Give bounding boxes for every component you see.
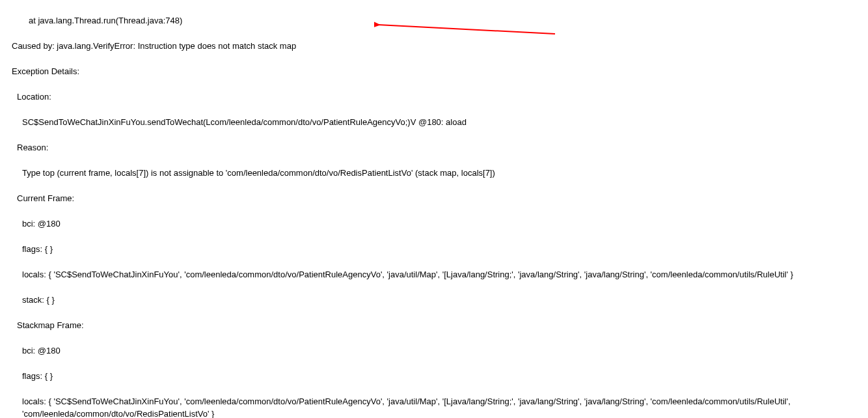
exception-details-header: Exception Details: [3,65,865,78]
cf-flags: flags: { } [3,243,865,256]
svg-line-1 [378,25,555,34]
trace-line: at java.lang.Thread.run(Thread.java:748) [3,14,865,27]
sm-locals: locals: { 'SC$SendToWeChatJinXinFuYou', … [3,395,865,419]
current-frame-header: Current Frame: [3,192,865,205]
cf-locals: locals: { 'SC$SendToWeChatJinXinFuYou', … [3,268,865,281]
cf-stack: stack: { } [3,294,865,307]
location-value: SC$SendToWeChatJinXinFuYou.sendToWechat(… [3,116,865,129]
stack-trace: at java.lang.Thread.run(Thread.java:748)… [0,0,868,418]
stackmap-frame-header: Stackmap Frame: [3,319,865,332]
sm-flags: flags: { } [3,370,865,383]
caused-by-line: Caused by: java.lang.VerifyError: Instru… [3,40,865,53]
sm-bci: bci: @180 [3,344,865,357]
cf-bci: bci: @180 [3,217,865,230]
location-header: Location: [3,91,865,104]
reason-value: Type top (current frame, locals[7]) is n… [3,167,865,180]
reason-header: Reason: [3,141,865,154]
